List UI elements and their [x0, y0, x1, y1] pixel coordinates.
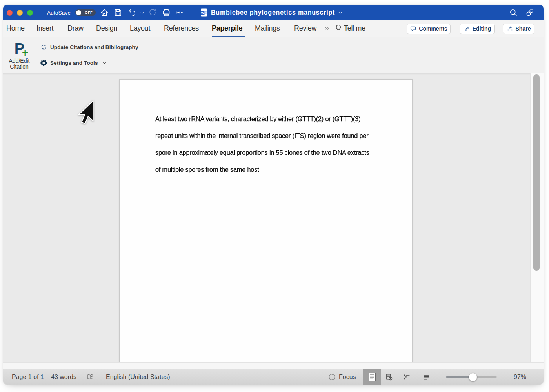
language-status[interactable]: English (United States)	[106, 369, 170, 385]
zoom-window-button[interactable]	[27, 10, 33, 16]
autosave-toggle-knob	[76, 10, 81, 15]
gear-icon	[40, 60, 47, 66]
redo-icon	[148, 8, 157, 17]
doc-line-4[interactable]: of multiple spores from the same host	[155, 161, 369, 178]
paperpile-logo-icon: P+	[4, 40, 35, 59]
proofing-errors-icon[interactable]	[86, 373, 94, 381]
print-icon[interactable]	[162, 8, 171, 17]
minimize-window-button[interactable]	[17, 10, 23, 16]
grammar-suggestion-mark[interactable]: )(	[314, 115, 318, 124]
settings-and-tools-button[interactable]: Settings and Tools	[40, 58, 107, 67]
tab-layout[interactable]: Layout	[130, 20, 150, 36]
word-window: AutoSave OFF W Bumblebee phylog	[3, 5, 544, 385]
tab-mailings[interactable]: Mailings	[255, 20, 280, 36]
word-count-status[interactable]: 43 words	[51, 369, 76, 385]
vertical-scrollbar-thumb[interactable]	[533, 74, 540, 271]
presence-contact-icon[interactable]	[525, 8, 534, 17]
mouse-cursor	[78, 100, 94, 125]
doc-line-2[interactable]: repeat units within the internal transcr…	[155, 127, 369, 144]
tell-me-box[interactable]: Tell me	[344, 20, 365, 36]
tab-design[interactable]: Design	[96, 20, 117, 36]
print-layout-view-button[interactable]	[363, 369, 381, 385]
pencil-icon	[464, 25, 470, 32]
doc-line-1[interactable]: At least two rRNA variants, characterize…	[155, 111, 369, 127]
refresh-icon	[40, 44, 47, 51]
focus-mode-icon	[329, 374, 336, 381]
print-layout-icon	[367, 372, 377, 382]
share-icon	[507, 25, 513, 32]
autosave-state-label: OFF	[85, 11, 93, 15]
settings-chevron-down-icon	[102, 60, 107, 65]
zoom-slider-knob[interactable]	[469, 373, 477, 381]
text-cursor	[156, 179, 156, 188]
update-citations-button[interactable]: Update Citations and Bibliography	[40, 42, 138, 52]
save-icon[interactable]	[113, 8, 123, 17]
zoom-in-button[interactable]	[500, 374, 506, 380]
status-bar: Page 1 of 1 43 words English (United Sta…	[3, 369, 544, 385]
autosave-label: AutoSave	[47, 5, 71, 20]
ribbon-paperpile: P+ Add/Edit Citation Update Citations an…	[3, 37, 544, 73]
settings-and-tools-label: Settings and Tools	[50, 60, 98, 66]
tab-references[interactable]: References	[164, 20, 199, 36]
tab-home[interactable]: Home	[6, 20, 25, 36]
tab-insert[interactable]: Insert	[36, 20, 53, 36]
focus-mode-button[interactable]: Focus	[339, 369, 356, 385]
zoom-level-status[interactable]: 97%	[514, 369, 526, 385]
lightbulb-icon	[334, 24, 343, 33]
comments-button-label: Comments	[419, 25, 447, 32]
ribbon-tab-bar: Home Insert Draw Design Layout Reference…	[3, 20, 544, 37]
ribbon-group-divider	[34, 39, 34, 69]
undo-menu-chevron-icon[interactable]	[140, 10, 145, 15]
update-citations-label: Update Citations and Bibliography	[50, 44, 138, 50]
tab-draw[interactable]: Draw	[67, 20, 84, 36]
document-title-chevron-icon[interactable]	[338, 10, 343, 15]
outline-view-icon[interactable]	[403, 373, 411, 381]
document-text[interactable]: At least two rRNA variants, characterize…	[155, 111, 369, 178]
comments-button[interactable]: Comments	[407, 24, 451, 34]
zoom-out-button[interactable]	[438, 374, 445, 380]
tab-paperpile[interactable]: Paperpile	[212, 20, 242, 36]
share-button-label: Share	[516, 25, 531, 32]
editing-mode-button[interactable]: Editing	[460, 24, 495, 34]
svg-text:W: W	[201, 11, 205, 15]
tab-review[interactable]: Review	[294, 20, 316, 36]
add-edit-citation-label-line2: Citation	[4, 64, 35, 70]
word-document-icon: W	[200, 8, 208, 17]
search-icon[interactable]	[509, 8, 518, 17]
vertical-scrollbar[interactable]	[530, 73, 544, 369]
document-title[interactable]: Bumblebee phylogenetics manuscript	[211, 9, 335, 16]
horizontal-scroll-gutter	[3, 362, 544, 369]
draft-view-icon[interactable]	[423, 373, 431, 381]
undo-icon[interactable]	[127, 8, 137, 17]
autosave-toggle[interactable]: OFF	[75, 9, 96, 16]
more-commands-icon[interactable]	[175, 8, 184, 17]
add-edit-citation-button[interactable]: P+ Add/Edit Citation	[4, 37, 35, 69]
share-button[interactable]: Share	[503, 24, 534, 34]
title-bar: AutoSave OFF W Bumblebee phylog	[3, 5, 544, 20]
doc-line-3[interactable]: spore in approximately equal proportions…	[155, 144, 369, 161]
document-page[interactable]: At least two rRNA variants, characterize…	[120, 80, 412, 362]
page-count-status[interactable]: Page 1 of 1	[12, 369, 44, 385]
editing-button-label: Editing	[473, 25, 491, 32]
comments-icon	[410, 25, 416, 32]
web-layout-view-icon[interactable]	[385, 373, 393, 381]
more-tabs-icon[interactable]	[323, 25, 331, 32]
close-window-button[interactable]	[7, 10, 13, 16]
home-icon[interactable]	[100, 8, 109, 17]
